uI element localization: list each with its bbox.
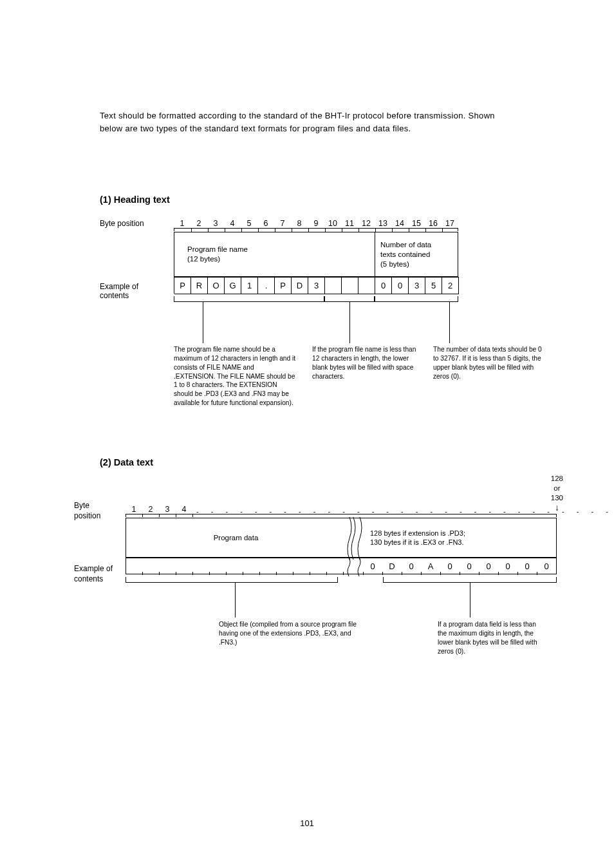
byte-cell: 0	[440, 558, 460, 575]
program-data-box: Program data	[126, 518, 346, 558]
byte-cell: P	[174, 278, 191, 294]
annotation-1b: If the program file name is less than 12…	[312, 345, 418, 381]
byte-number: 1	[126, 505, 142, 514]
label-128: 128	[551, 474, 563, 484]
byte-number: 15	[408, 219, 425, 228]
byte-tick	[126, 572, 143, 575]
byte-number: 11	[341, 219, 358, 228]
byte-cell: .	[258, 278, 275, 294]
box-label: Number of data	[380, 240, 431, 250]
byte-number: 2	[191, 219, 207, 228]
box-sublabel: (12 bytes)	[187, 254, 220, 264]
label: position	[74, 511, 100, 520]
byte-number: 13	[375, 219, 391, 228]
byte-number: 6	[257, 219, 274, 228]
page-number: 101	[300, 818, 314, 828]
byte-number: 16	[425, 219, 442, 228]
byte-cell: 5	[425, 278, 442, 294]
intro-paragraph: Text should be formatted according to th…	[100, 109, 514, 135]
byte-cell	[358, 278, 375, 294]
byte-cell: 3	[308, 278, 325, 294]
byte-cell: 0	[402, 558, 421, 575]
byte-tick	[310, 572, 327, 575]
field-boxes-2: Program data 128 bytes if extension is .…	[126, 518, 557, 558]
byte-number: 5	[241, 219, 257, 228]
byte-number: 8	[291, 219, 308, 228]
byte-cell: D	[292, 278, 308, 294]
byte-cell: 0	[460, 558, 479, 575]
example-label-2: Example of contents	[74, 564, 113, 584]
example-label-contents: contents	[100, 291, 129, 300]
byte-tick	[210, 572, 227, 575]
byte-cell: G	[225, 278, 241, 294]
ruler-1: 1234567891011121314151617	[174, 219, 458, 231]
byte-cell: 0	[479, 558, 498, 575]
diagram1: Byte position Example of contents 123456…	[100, 219, 514, 425]
byte-position-label-2: Byte position	[74, 501, 100, 521]
diagram2: 128 or 130 ↓ Byte position Example of co…	[74, 482, 563, 688]
byte-cell: 0	[363, 558, 382, 575]
box-label: texts contained	[380, 250, 430, 259]
annotation-2b: If a program data field is less than the…	[438, 620, 541, 656]
byte-tick	[293, 572, 310, 575]
ruler-2: 1234 - - - - - - - - - - - - - - - - - -…	[126, 505, 557, 514]
example-cells-1: PROG1.PD300352	[174, 277, 459, 294]
byte-cell: R	[191, 278, 208, 294]
byte-cell: 0	[498, 558, 517, 575]
byte-cell	[325, 278, 342, 294]
label-130: 130	[551, 493, 563, 503]
byte-cell: A	[421, 558, 440, 575]
label: Byte	[74, 501, 89, 510]
byte-tick	[260, 572, 277, 575]
byte-number: 12	[358, 219, 375, 228]
box-label: 128 bytes if extension is .PD3;	[370, 529, 465, 538]
byte-number: 10	[324, 219, 341, 228]
byte-cell: 1	[241, 278, 258, 294]
byte-cell: 0	[517, 558, 537, 575]
field-boxes-1: Program file name (12 bytes) Number of d…	[174, 232, 458, 277]
box-label: 130 bytes if it is .EX3 or .FN3.	[370, 538, 465, 547]
label-or: or	[551, 484, 563, 493]
bracket-2a	[126, 577, 338, 585]
annotation-1c: The number of data texts should be 0 to …	[433, 345, 543, 381]
byte-tick	[277, 572, 293, 575]
bracket-2b	[383, 577, 557, 585]
number-of-data-texts-box: Number of data texts contained (5 bytes)	[375, 232, 458, 277]
byte-tick	[160, 572, 176, 575]
break-mark	[346, 518, 364, 558]
byte-number: 1	[174, 219, 191, 228]
byte-cell: 3	[409, 278, 425, 294]
byte-cell: 0	[537, 558, 556, 575]
byte-cell: P	[275, 278, 292, 294]
byte-tick	[193, 572, 210, 575]
example-label: Example of	[100, 282, 138, 291]
byte-tick	[176, 572, 193, 575]
bracket-1a	[174, 296, 324, 304]
byte-number: 4	[224, 219, 241, 228]
box-sublabel: (5 bytes)	[380, 259, 409, 269]
example-cells-2: 0D0A000000	[126, 558, 557, 574]
byte-number: 7	[274, 219, 291, 228]
bracket-1b	[324, 296, 375, 304]
program-file-name-box: Program file name (12 bytes)	[174, 232, 375, 277]
byte-tick	[327, 572, 344, 575]
label: contents	[74, 574, 103, 583]
section1-heading: (1) Heading text	[100, 194, 514, 205]
byte-cell: 0	[375, 278, 392, 294]
byte-tick	[243, 572, 260, 575]
byte-cell: 2	[442, 278, 459, 294]
annotation-1a: The program file name should be a maximu…	[174, 345, 296, 407]
byte-number: 14	[391, 219, 408, 228]
break-mark-cells	[345, 558, 363, 574]
byte-number: 3	[159, 505, 176, 514]
byte-cell: 0	[392, 278, 409, 294]
byte-tick	[227, 572, 243, 575]
bracket-1c	[375, 296, 458, 304]
section2-heading: (2) Data text	[100, 457, 514, 467]
byte-tick	[143, 572, 160, 575]
byte-cell	[342, 278, 358, 294]
annotation-2a: Object file (compiled from a source prog…	[219, 620, 364, 646]
byte-number: 3	[207, 219, 224, 228]
byte-number: 2	[142, 505, 159, 514]
byte-number: 17	[442, 219, 458, 228]
